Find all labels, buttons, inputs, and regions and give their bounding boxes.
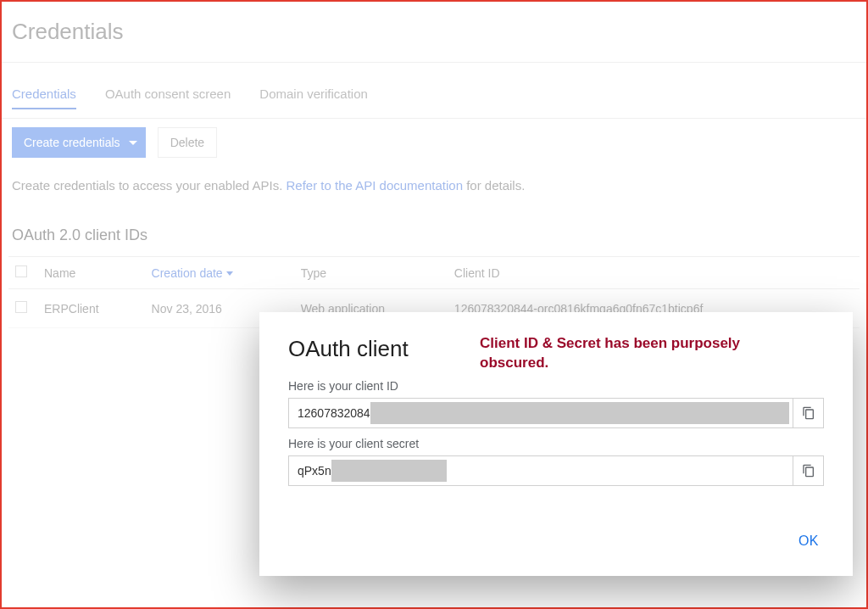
helper-text: Create credentials to access your enable…: [8, 166, 860, 226]
client-id-label: Here is your client ID: [288, 379, 824, 393]
create-credentials-label: Create credentials: [24, 136, 120, 149]
helper-suffix: for details.: [463, 178, 525, 193]
copy-client-secret-button[interactable]: [793, 456, 823, 485]
row-checkbox[interactable]: [15, 301, 27, 313]
col-creation-date[interactable]: Creation date: [145, 257, 294, 289]
tab-credentials[interactable]: Credentials: [12, 87, 76, 109]
divider: [2, 118, 866, 119]
client-id-obscure-bar: [370, 402, 789, 424]
obscured-annotation: Client ID & Secret has been purposely ob…: [480, 334, 751, 373]
api-documentation-link[interactable]: Refer to the API documentation: [287, 178, 463, 193]
client-secret-obscure-bar: [331, 460, 447, 482]
toolbar: Create credentials Delete: [8, 119, 860, 166]
tab-domain-verification[interactable]: Domain verification: [259, 87, 368, 109]
delete-button[interactable]: Delete: [158, 127, 217, 158]
client-secret-field-row: [288, 455, 824, 486]
oauth-client-dialog: OAuth client Client ID & Secret has been…: [259, 312, 853, 576]
oauth-section-heading: OAuth 2.0 client IDs: [8, 226, 860, 256]
divider: [2, 62, 866, 63]
col-type[interactable]: Type: [294, 257, 448, 289]
copy-icon: [802, 464, 815, 478]
cell-name: ERPClient: [37, 289, 145, 328]
tab-bar: Credentials OAuth consent screen Domain …: [8, 63, 860, 118]
sort-desc-icon: [226, 271, 233, 276]
create-credentials-button[interactable]: Create credentials: [12, 127, 146, 158]
client-secret-label: Here is your client secret: [288, 437, 824, 450]
caret-down-icon: [129, 141, 137, 145]
client-id-field-row: [288, 398, 824, 428]
helper-prefix: Create credentials to access your enable…: [12, 178, 287, 193]
tab-oauth-consent[interactable]: OAuth consent screen: [105, 87, 231, 109]
select-all-checkbox[interactable]: [15, 265, 27, 277]
col-name[interactable]: Name: [37, 257, 145, 289]
page-title: Credentials: [8, 15, 860, 62]
copy-icon: [802, 406, 815, 420]
col-client-id[interactable]: Client ID: [448, 257, 860, 289]
copy-client-id-button[interactable]: [793, 399, 823, 427]
ok-button[interactable]: OK: [793, 527, 824, 556]
